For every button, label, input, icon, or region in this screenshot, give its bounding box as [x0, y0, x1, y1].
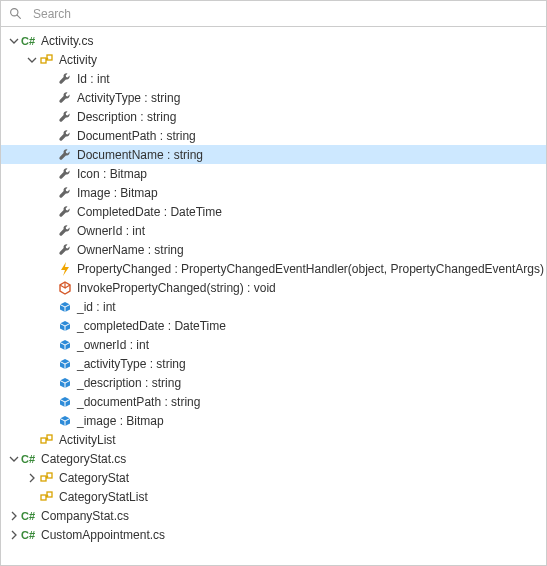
cs-file-icon: C#: [21, 527, 37, 543]
tree-row[interactable]: _ownerId : int: [1, 335, 546, 354]
chevron-down-icon[interactable]: [7, 34, 21, 48]
tree-row[interactable]: CompletedDate : DateTime: [1, 202, 546, 221]
tree-row[interactable]: DocumentPath : string: [1, 126, 546, 145]
field-icon: [57, 318, 73, 334]
tree-row[interactable]: Description : string: [1, 107, 546, 126]
method-icon: [57, 280, 73, 296]
svg-text:C#: C#: [21, 529, 35, 541]
class-icon: [39, 470, 55, 486]
svg-rect-4: [47, 55, 52, 60]
tree-item-label: OwnerId : int: [77, 224, 153, 238]
tree-item-label: ActivityType : string: [77, 91, 188, 105]
wrench-icon: [57, 90, 73, 106]
cs-file-icon: C#: [21, 508, 37, 524]
tree-item-label: DocumentName : string: [77, 148, 211, 162]
search-input[interactable]: [33, 7, 540, 21]
tree-row[interactable]: ActivityType : string: [1, 88, 546, 107]
svg-line-1: [17, 15, 20, 18]
wrench-icon: [57, 109, 73, 125]
svg-rect-15: [47, 492, 52, 497]
search-icon: [7, 6, 23, 22]
chevron-down-icon[interactable]: [25, 53, 39, 67]
field-icon: [57, 299, 73, 315]
tree-row[interactable]: _activityType : string: [1, 354, 546, 373]
search-bar: [1, 1, 546, 27]
svg-rect-7: [41, 438, 46, 443]
wrench-icon: [57, 166, 73, 182]
tree-item-label: CompanyStat.cs: [41, 509, 137, 523]
tree-item-label: _description : string: [77, 376, 189, 390]
tree-item-label: Image : Bitmap: [77, 186, 166, 200]
tree-row[interactable]: ActivityList: [1, 430, 546, 449]
tree-item-label: _id : int: [77, 300, 124, 314]
cs-file-icon: C#: [21, 451, 37, 467]
tree-row[interactable]: _completedDate : DateTime: [1, 316, 546, 335]
tree-item-label: _activityType : string: [77, 357, 194, 371]
tree-row[interactable]: Id : int: [1, 69, 546, 88]
tree-row[interactable]: C#Activity.cs: [1, 31, 546, 50]
field-icon: [57, 337, 73, 353]
class-icon: [39, 52, 55, 68]
tree-row[interactable]: C#CategoryStat.cs: [1, 449, 546, 468]
svg-text:C#: C#: [21, 35, 35, 47]
class-icon: [39, 432, 55, 448]
svg-rect-8: [47, 435, 52, 440]
tree-row[interactable]: _description : string: [1, 373, 546, 392]
tree-item-label: Activity.cs: [41, 34, 101, 48]
tree-item-label: PropertyChanged : PropertyChangedEventHa…: [77, 262, 546, 276]
tree-item-label: CategoryStatList: [59, 490, 156, 504]
svg-marker-6: [61, 262, 69, 276]
tree-item-label: OwnerName : string: [77, 243, 192, 257]
chevron-right-icon[interactable]: [7, 509, 21, 523]
class-icon: [39, 489, 55, 505]
chevron-down-icon[interactable]: [7, 452, 21, 466]
tree-row[interactable]: C#CompanyStat.cs: [1, 506, 546, 525]
tree-row[interactable]: OwnerName : string: [1, 240, 546, 259]
tree-row[interactable]: _documentPath : string: [1, 392, 546, 411]
field-icon: [57, 375, 73, 391]
tree-item-label: InvokePropertyChanged(string) : void: [77, 281, 284, 295]
tree-row[interactable]: InvokePropertyChanged(string) : void: [1, 278, 546, 297]
tree-item-label: CategoryStat.cs: [41, 452, 134, 466]
field-icon: [57, 394, 73, 410]
svg-rect-14: [41, 495, 46, 500]
tree-row[interactable]: CategoryStat: [1, 468, 546, 487]
wrench-icon: [57, 147, 73, 163]
svg-text:C#: C#: [21, 510, 35, 522]
tree-item-label: CustomAppointment.cs: [41, 528, 173, 542]
tree-item-label: ActivityList: [59, 433, 124, 447]
tree-row[interactable]: CategoryStatList: [1, 487, 546, 506]
tree-row[interactable]: PropertyChanged : PropertyChangedEventHa…: [1, 259, 546, 278]
tree-item-label: Activity: [59, 53, 105, 67]
tree-row[interactable]: _id : int: [1, 297, 546, 316]
tree-row[interactable]: Activity: [1, 50, 546, 69]
tree-row[interactable]: _image : Bitmap: [1, 411, 546, 430]
file-member-tree[interactable]: C#Activity.csActivityId : intActivityTyp…: [1, 27, 546, 565]
field-icon: [57, 356, 73, 372]
tree-row[interactable]: C#CustomAppointment.cs: [1, 525, 546, 544]
tree-item-label: _image : Bitmap: [77, 414, 172, 428]
tree-item-label: _documentPath : string: [77, 395, 208, 409]
svg-rect-3: [41, 58, 46, 63]
chevron-right-icon[interactable]: [7, 528, 21, 542]
tree-row[interactable]: Icon : Bitmap: [1, 164, 546, 183]
wrench-icon: [57, 128, 73, 144]
event-icon: [57, 261, 73, 277]
wrench-icon: [57, 223, 73, 239]
wrench-icon: [57, 71, 73, 87]
chevron-right-icon[interactable]: [25, 471, 39, 485]
tree-row[interactable]: OwnerId : int: [1, 221, 546, 240]
tree-row[interactable]: Image : Bitmap: [1, 183, 546, 202]
tree-item-label: Icon : Bitmap: [77, 167, 155, 181]
tree-item-label: _completedDate : DateTime: [77, 319, 234, 333]
wrench-icon: [57, 185, 73, 201]
cs-file-icon: C#: [21, 33, 37, 49]
wrench-icon: [57, 242, 73, 258]
tree-item-label: Description : string: [77, 110, 184, 124]
svg-text:C#: C#: [21, 453, 35, 465]
tree-item-label: CompletedDate : DateTime: [77, 205, 230, 219]
tree-item-label: Id : int: [77, 72, 118, 86]
field-icon: [57, 413, 73, 429]
tree-row[interactable]: DocumentName : string: [1, 145, 546, 164]
tree-item-label: _ownerId : int: [77, 338, 157, 352]
